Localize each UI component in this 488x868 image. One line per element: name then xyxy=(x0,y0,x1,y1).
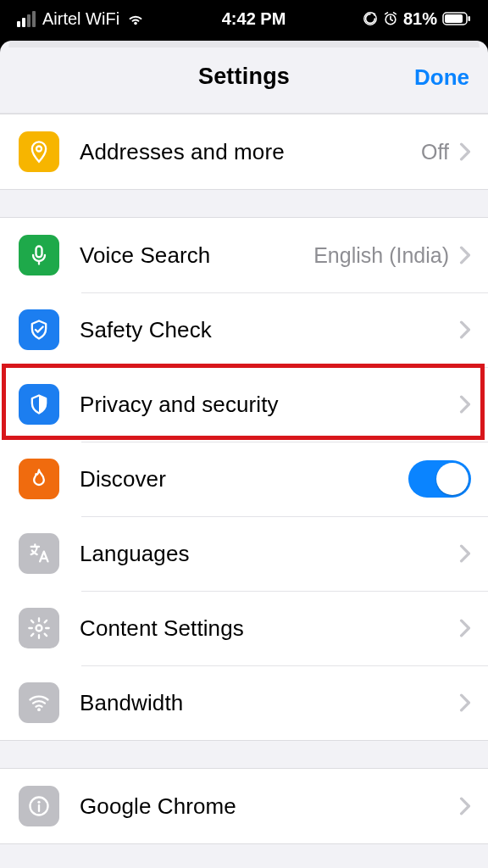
discover-toggle[interactable] xyxy=(408,460,471,498)
row-label: Google Chrome xyxy=(80,793,459,820)
row-label: Addresses and more xyxy=(80,139,421,165)
status-left: Airtel WiFi xyxy=(17,9,145,29)
chevron-right-icon xyxy=(459,619,471,637)
row-discover[interactable]: Discover xyxy=(0,442,488,516)
svg-point-10 xyxy=(37,801,40,804)
svg-rect-4 xyxy=(468,16,470,21)
chevron-right-icon xyxy=(459,395,471,414)
row-safety-check[interactable]: Safety Check xyxy=(0,292,488,367)
chevron-right-icon xyxy=(459,246,471,264)
row-label: Languages xyxy=(80,541,459,567)
row-label: Voice Search xyxy=(80,242,313,269)
svg-point-7 xyxy=(36,626,42,632)
row-label: Discover xyxy=(80,466,408,492)
row-detail: Off xyxy=(421,140,449,164)
row-bandwidth[interactable]: Bandwidth xyxy=(0,665,488,740)
cell-signal-icon xyxy=(17,11,36,27)
nav-bar: Settings Done xyxy=(0,41,488,114)
status-bar: Airtel WiFi 4:42 PM 81% xyxy=(0,0,488,41)
shield-half-icon xyxy=(19,384,59,425)
row-detail: English (India) xyxy=(313,243,449,268)
svg-point-5 xyxy=(36,146,42,151)
row-languages[interactable]: Languages xyxy=(0,516,488,591)
row-privacy-security[interactable]: Privacy and security xyxy=(0,367,488,442)
battery-icon xyxy=(442,12,471,25)
row-voice-search[interactable]: Voice Search English (India) xyxy=(0,218,488,292)
row-label: Safety Check xyxy=(80,317,459,343)
chevron-right-icon xyxy=(459,544,471,563)
alarm-icon xyxy=(383,11,398,26)
row-label: Privacy and security xyxy=(80,392,459,418)
chevron-right-icon xyxy=(459,320,471,339)
settings-group-about: Google Chrome xyxy=(0,768,488,844)
settings-group-main: Voice Search English (India) Safety Chec… xyxy=(0,217,488,741)
row-google-chrome[interactable]: Google Chrome xyxy=(0,769,488,843)
row-addresses[interactable]: Addresses and more Off xyxy=(0,114,488,189)
device-frame: Airtel WiFi 4:42 PM 81% xyxy=(0,0,488,868)
settings-group-autofill: Addresses and more Off xyxy=(0,114,488,190)
wifi-icon xyxy=(126,11,145,26)
svg-rect-6 xyxy=(36,247,42,258)
location-pin-icon xyxy=(19,131,59,172)
battery-percent: 81% xyxy=(403,9,437,29)
status-time: 4:42 PM xyxy=(222,9,286,29)
translate-icon xyxy=(19,533,59,574)
chevron-right-icon xyxy=(459,797,471,815)
microphone-icon xyxy=(19,235,59,275)
done-button[interactable]: Done xyxy=(414,64,469,90)
status-right: 81% xyxy=(363,9,471,29)
info-icon xyxy=(19,786,59,826)
flame-icon xyxy=(19,459,59,499)
shield-check-icon xyxy=(19,309,59,350)
row-label: Content Settings xyxy=(80,615,459,642)
row-content-settings[interactable]: Content Settings xyxy=(0,591,488,665)
gear-icon xyxy=(19,608,59,648)
svg-rect-3 xyxy=(445,14,463,23)
svg-point-8 xyxy=(37,708,41,711)
chevron-right-icon xyxy=(459,142,471,161)
wifi-signal-icon xyxy=(19,682,59,723)
orientation-lock-icon xyxy=(363,11,378,26)
chevron-right-icon xyxy=(459,693,471,712)
settings-sheet: Settings Done Addresses and more Off Voi… xyxy=(0,41,488,868)
row-label: Bandwidth xyxy=(80,690,459,716)
page-title: Settings xyxy=(198,64,290,90)
carrier-label: Airtel WiFi xyxy=(42,9,119,29)
